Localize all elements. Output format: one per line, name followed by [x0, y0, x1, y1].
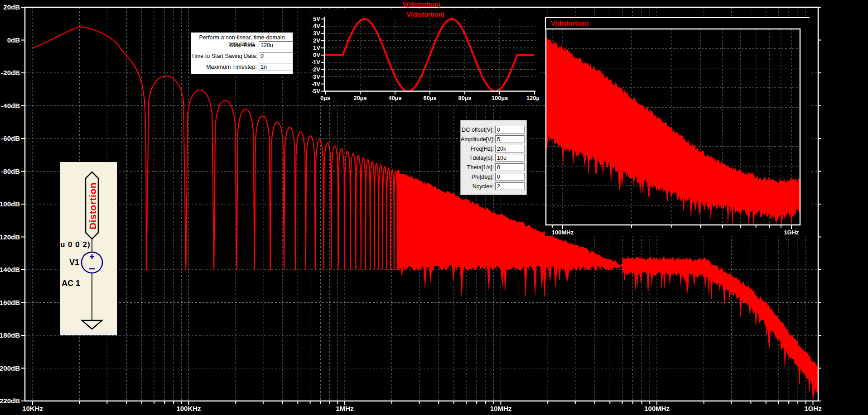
y-axis-label: -4V: [312, 81, 320, 87]
x-axis-label: 0µs: [320, 95, 330, 101]
main-plot-title: V(distortion): [402, 1, 440, 8]
y-axis-label: 5V: [313, 15, 320, 22]
time-plot-pane: 5V4V3V2V1V0V-1V-2V-3V-4V-5V0µs20µs40µs60…: [312, 9, 539, 102]
freq-inset-pane: 100MHz1GHz V(distortion): [545, 17, 810, 236]
y-axis-label: -60dB: [1, 134, 20, 142]
freq-inset-trace: [546, 37, 800, 224]
x-axis-label: 20µs: [353, 95, 366, 101]
ncycles-label: Ncycles:: [461, 183, 494, 190]
x-axis-label: 100MHz: [552, 229, 574, 236]
y-axis-label: -100dB: [0, 200, 20, 208]
y-axis-label: -1V: [312, 59, 320, 66]
time-to-start-saving-data-label: Time to Start Saving Data:: [191, 53, 257, 59]
sine-params-dialog: DC offset[V]:0Amplitude[V]:5Freq[Hz]:20k…: [460, 120, 527, 195]
y-axis-label: -20dB: [1, 69, 20, 76]
freq-hz-input[interactable]: 20k: [495, 145, 525, 153]
theta-1-s-label: Theta[1/s]:: [461, 164, 494, 171]
y-axis-label: -5V: [312, 88, 320, 95]
y-axis-label: 0V: [313, 52, 320, 58]
time-plot-title: V(distortion): [406, 11, 444, 18]
maximum-timestep-label: Maximum Timestep:: [191, 64, 257, 70]
y-axis-label: -80dB: [1, 167, 20, 175]
y-axis-label: -180dB: [0, 331, 20, 339]
tdelay-s-input[interactable]: 10u: [495, 154, 525, 162]
stop-time-label: Stop Time:: [191, 42, 257, 48]
freq-hz-label: Freq[Hz]:: [461, 146, 494, 152]
y-axis-label: 20dB: [3, 3, 20, 11]
y-axis-label: -200dB: [0, 364, 20, 372]
stop-time-input[interactable]: 120u: [259, 41, 293, 49]
y-axis-label: 1V: [313, 44, 320, 51]
x-axis-label: 100MHz: [644, 405, 670, 412]
source-value-text: u 0 0 2): [60, 240, 91, 249]
net-label-distortion: Distortion: [87, 174, 97, 238]
x-axis-label: 40µs: [388, 95, 401, 101]
x-axis-label: 120µs: [526, 95, 539, 101]
dc-offset-v-input[interactable]: 0: [495, 126, 525, 134]
x-axis-label: 1GHz: [784, 229, 799, 236]
ncycles-input[interactable]: 2: [495, 182, 525, 190]
y-axis-label: -3V: [312, 73, 320, 80]
theta-1-s-input[interactable]: 0: [495, 163, 525, 171]
fft-trace-tail: [622, 257, 817, 400]
x-axis-label: 10MHz: [490, 405, 512, 412]
phi-deg-input[interactable]: 0: [495, 173, 525, 181]
phi-deg-label: Phi[deg]:: [461, 174, 494, 180]
dc-offset-v-label: DC offset[V]:: [461, 127, 494, 133]
y-axis-label: -160dB: [0, 299, 20, 306]
x-axis-label: 1MHz: [336, 405, 353, 412]
spice-directive-ac1: AC 1: [62, 279, 80, 288]
amplitude-v-input[interactable]: 5: [495, 135, 525, 143]
component-ref-v1: V1: [69, 258, 79, 267]
freq-inset-title: V(distortion): [551, 20, 588, 27]
ground-icon: [82, 320, 102, 329]
maximum-timestep-input[interactable]: 1n: [259, 63, 293, 71]
freq-inset-plot: 100MHz1GHz V(distortion): [545, 17, 810, 236]
y-axis-label: -40dB: [1, 102, 20, 110]
y-axis-label: 3V: [313, 30, 320, 37]
x-axis-label: 60µs: [423, 95, 436, 101]
time-to-start-saving-data-input[interactable]: 0: [259, 52, 293, 60]
y-axis-label: -140dB: [0, 266, 20, 273]
ltspice-window: 20dB0dB-20dB-40dB-60dB-80dB-100dB-120dB-…: [0, 0, 868, 415]
transient-sim-dialog: Perform a non-linear, time-domain simula…: [191, 32, 293, 74]
y-axis-label: 0dB: [7, 36, 20, 44]
amplitude-v-label: Amplitude[V]:: [461, 136, 494, 143]
y-axis-label: -220dB: [0, 397, 20, 405]
x-axis-label: 100KHz: [176, 405, 201, 412]
tdelay-s-label: Tdelay[s]:: [461, 155, 494, 161]
y-axis-label: 2V: [313, 37, 320, 44]
pane-bottom-strip: [60, 331, 117, 335]
x-axis-label: 100µs: [492, 95, 508, 101]
x-axis-label: 80µs: [458, 95, 471, 101]
y-axis-label: -120dB: [0, 233, 20, 241]
time-plot: 5V4V3V2V1V0V-1V-2V-3V-4V-5V0µs20µs40µs60…: [312, 9, 539, 102]
schematic-pane: Distortion u 0 0 2) V1 AC 1: [60, 162, 117, 335]
y-axis-label: 4V: [313, 23, 320, 29]
x-axis-label: 1GHz: [804, 405, 821, 412]
y-axis-label: -2V: [312, 66, 320, 73]
x-axis-label: 10KHz: [22, 405, 43, 412]
